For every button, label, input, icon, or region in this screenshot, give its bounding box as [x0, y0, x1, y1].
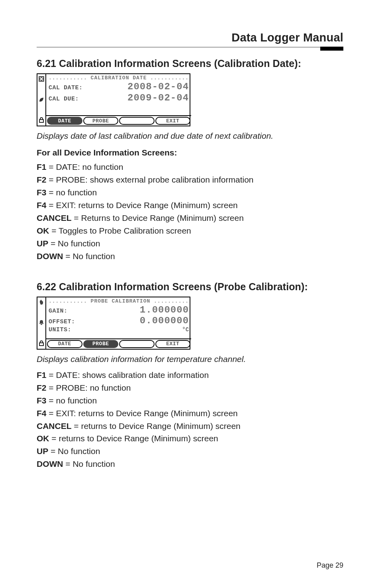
x-icon [37, 75, 45, 83]
svg-rect-2 [41, 324, 42, 325]
key-f2: F2 [37, 383, 47, 392]
key-cancel: CANCEL [37, 421, 72, 431]
softkey-exit[interactable]: EXIT [155, 117, 191, 125]
key-up-text: = No function [48, 446, 100, 456]
key-definitions-621: F1 = DATE: no function F2 = PROBE: shows… [37, 161, 343, 262]
lcd-label: CAL DUE: [49, 96, 79, 102]
key-f4-text: = EXIT: returns to Device Range (Minimum… [47, 409, 238, 418]
key-ok-text: = Toggles to Probe Calibration screen [49, 226, 191, 235]
key-f1: F1 [37, 370, 47, 380]
lcd-label: UNITS: [49, 326, 71, 333]
lcd-softkeys: DATE PROBE EXIT [46, 115, 191, 126]
softkey-probe[interactable]: PROBE [83, 340, 119, 348]
lcd-screen-probe-cal: ........... PROBE CALIBRATION ..........… [37, 297, 190, 350]
key-f4: F4 [37, 201, 47, 210]
softkey-blank[interactable] [119, 117, 155, 125]
lcd-label: OFFSET: [49, 319, 75, 325]
manual-title: Data Logger Manual [37, 31, 343, 44]
key-f3-text: = no function [47, 396, 97, 405]
leaf-icon [37, 96, 45, 104]
key-ok: OK [37, 434, 49, 443]
softkey-blank[interactable] [119, 340, 155, 348]
key-f3-text: = no function [47, 188, 97, 197]
page-number: Page 29 [317, 561, 343, 570]
key-f2-text: = PROBE: shows external probe calibratio… [47, 175, 254, 184]
key-up: UP [37, 446, 48, 456]
lcd-row-cal-due: CAL DUE: 2009-02-04 [49, 92, 189, 104]
bell-icon [37, 319, 45, 326]
section-622-caption: Displays calibration information for tem… [37, 354, 343, 365]
lcd-title: ........... CALIBRATION DATE ........... [46, 74, 191, 81]
softkey-date[interactable]: DATE [47, 117, 82, 125]
lcd-value: 2009-02-04 [127, 92, 189, 104]
key-down: DOWN [37, 459, 63, 468]
lcd-screen-cal-date: ........... CALIBRATION DATE ...........… [37, 73, 190, 126]
lcd-row-gain: GAIN: 1.000000 [49, 305, 189, 316]
key-cancel-text: = Returns to Device Range (Minimum) scre… [72, 213, 244, 222]
lcd-row-offset: OFFSET: 0.000000 [49, 315, 189, 326]
key-down-text: = No function [63, 252, 115, 261]
lcd-iconbar [37, 74, 46, 126]
lcd-label: CAL DATE: [49, 85, 83, 91]
lock-icon [37, 116, 45, 124]
lcd-value: 1.000000 [140, 305, 189, 316]
section-621-heading: 6.21 Calibration Information Screens (Ca… [37, 58, 343, 69]
softkey-exit[interactable]: EXIT [155, 340, 191, 348]
lcd-softkeys: DATE PROBE EXIT [46, 338, 191, 349]
key-ok: OK [37, 226, 49, 235]
key-f1-text: = DATE: no function [47, 162, 123, 171]
lcd-row-units: UNITS: °C [49, 326, 189, 333]
lcd-row-cal-date: CAL DATE: 2008-02-04 [49, 81, 189, 92]
key-down-text: = No function [63, 459, 115, 468]
lcd-value: 0.000000 [140, 315, 189, 326]
lcd-value: °C [182, 326, 189, 333]
softkey-date[interactable]: DATE [47, 340, 82, 348]
key-f1: F1 [37, 162, 47, 171]
key-up-text: = No function [48, 239, 100, 248]
section-621-subheading: For all Device Information Screens: [37, 148, 343, 157]
section-622-heading: 6.22 Calibration Information Screens (Pr… [37, 281, 343, 293]
lcd-value: 2008-02-04 [127, 81, 189, 92]
lcd-label: GAIN: [49, 308, 68, 315]
section-621-caption: Displays date of last calibration and du… [37, 130, 343, 142]
key-f3: F3 [37, 188, 47, 197]
key-f1-text: = DATE: shows calibration date informati… [47, 370, 209, 380]
key-f2-text: = PROBE: no function [47, 383, 131, 392]
key-ok-text: = returns to Device Range (Minimum) scre… [49, 434, 218, 443]
key-f3: F3 [37, 396, 47, 405]
hand-icon [37, 298, 45, 306]
lock-icon [37, 339, 45, 347]
lcd-title: ........... PROBE CALIBRATION .......... [46, 297, 191, 304]
key-definitions-622: F1 = DATE: shows calibration date inform… [37, 369, 343, 470]
svg-rect-3 [39, 343, 43, 346]
lcd-iconbar [37, 297, 46, 349]
key-up: UP [37, 239, 48, 248]
svg-rect-1 [39, 120, 43, 122]
key-cancel-text: = returns to Device Range (Minimum) scre… [72, 421, 241, 431]
header-divider [37, 47, 343, 52]
softkey-probe[interactable]: PROBE [83, 117, 119, 125]
key-down: DOWN [37, 252, 63, 261]
key-f4-text: = EXIT: returns to Device Range (Minimum… [47, 201, 238, 210]
key-f4: F4 [37, 409, 47, 418]
key-cancel: CANCEL [37, 213, 72, 222]
key-f2: F2 [37, 175, 47, 184]
